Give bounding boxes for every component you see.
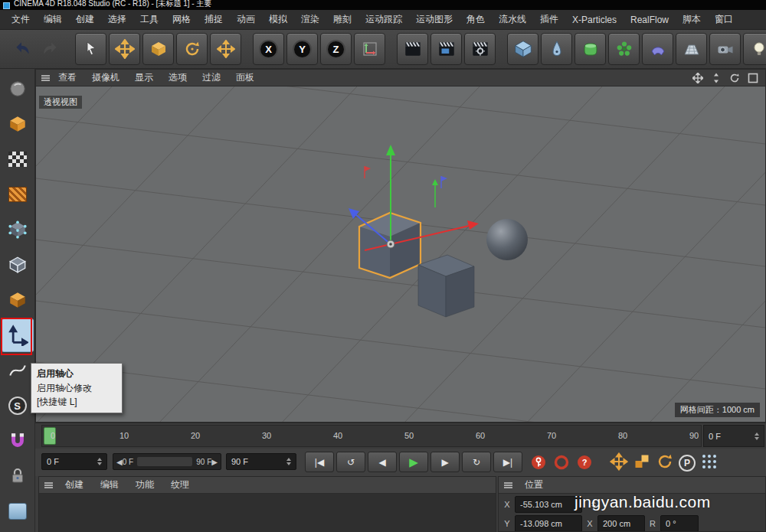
current-frame-field[interactable]: 0 F [41,453,107,470]
autokey-button[interactable] [553,454,570,474]
scale-tool-button[interactable] [142,33,174,65]
menu-character[interactable]: 角色 [460,10,492,29]
menu-script[interactable]: 脚本 [676,10,708,29]
key-rotation-button[interactable] [656,452,674,474]
deformer-button[interactable] [642,33,673,65]
rotate-view-button[interactable] [728,72,741,84]
menu-tools[interactable]: 工具 [133,10,165,29]
pan-view-button[interactable] [691,72,705,84]
coordinate-system-button[interactable] [354,33,385,65]
menu-window[interactable]: 窗口 [708,10,740,29]
vp-menu-filter[interactable]: 过滤 [195,71,228,84]
prev-frame-button[interactable]: ◀ [368,452,397,472]
current-frame-stepper[interactable] [93,458,102,465]
array-mograph-button[interactable] [608,33,640,65]
materials-panel-menu-icon[interactable] [44,482,53,488]
coordinates-panel-menu-icon[interactable] [504,482,512,488]
vp-menu-display[interactable]: 显示 [128,71,160,84]
record-keyframe-button[interactable] [530,454,547,474]
menu-simulate[interactable]: 模拟 [262,10,294,29]
next-key-button[interactable]: ↻ [462,452,491,472]
materials-menu-edit[interactable]: 编辑 [96,478,123,491]
viewport-panel-menu-icon[interactable] [41,75,50,81]
menu-plugins[interactable]: 插件 [533,10,565,29]
lock-workplane-button[interactable] [2,459,34,493]
y-axis-lock-button[interactable]: Y [286,33,318,65]
menu-render[interactable]: 渲染 [294,10,326,29]
rotate-tool-button[interactable] [176,33,208,65]
live-selection-button[interactable] [75,33,106,65]
menu-animate[interactable]: 动画 [230,10,262,29]
camera-button[interactable] [709,33,741,65]
move-tool-button[interactable] [109,33,140,65]
model-mode-button[interactable] [2,107,34,141]
prev-key-button[interactable]: ↺ [336,452,365,472]
menu-select[interactable]: 选择 [101,10,133,29]
menu-realflow[interactable]: RealFlow [624,11,676,28]
light-button[interactable] [743,33,766,65]
viewport-canvas[interactable]: 透视视图 网格间距：1000 cm [36,86,765,422]
polygons-mode-button[interactable] [2,283,34,317]
render-view-button[interactable] [397,33,428,65]
frame-display-stepper[interactable] [751,432,759,440]
menu-sculpt[interactable]: 雕刻 [326,10,358,29]
size-x-field[interactable]: 200 cm [597,515,645,532]
floor-grid-button[interactable] [676,33,707,65]
quantize-button[interactable] [2,494,34,528]
cube-object[interactable] [418,255,474,317]
key-scale-button[interactable] [633,452,651,474]
x-axis-lock-button[interactable]: X [253,33,284,65]
menu-mesh[interactable]: 网格 [165,10,198,29]
play-button[interactable]: ▶ [399,452,428,472]
menu-file[interactable]: 文件 [5,10,37,29]
menu-xparticles[interactable]: X-Particles [565,11,624,28]
render-settings-button[interactable] [464,33,496,65]
menu-motion-tracker[interactable]: 运动跟踪 [358,10,409,29]
render-picture-viewer-button[interactable] [430,33,462,65]
vp-menu-view[interactable]: 查看 [51,71,83,84]
workplane-mode-button[interactable] [2,178,34,211]
materials-menu-texture[interactable]: 纹理 [166,478,194,491]
pen-spline-button[interactable] [541,33,572,65]
keyframe-options-button[interactable]: ? [576,454,593,474]
range-track[interactable] [137,457,192,466]
key-parameter-button[interactable]: P [679,455,696,472]
menu-pipeline[interactable]: 流水线 [492,10,533,29]
rotation-r-field[interactable]: 0 ° [660,515,699,532]
vp-menu-cameras[interactable]: 摄像机 [85,71,126,84]
frame-range-slider[interactable]: ◀ 0 F 90 F ▶ [113,453,221,470]
vp-menu-options[interactable]: 选项 [162,71,194,84]
texture-mode-button[interactable] [2,142,34,176]
goto-end-button[interactable]: ▶| [493,452,522,472]
subdivision-surface-button[interactable] [574,33,606,65]
make-editable-button[interactable] [2,72,34,106]
sphere-object[interactable] [486,219,528,260]
menu-snap[interactable]: 捕捉 [198,10,230,29]
menu-mograph[interactable]: 运动图形 [409,10,460,29]
end-frame-stepper[interactable] [283,458,291,465]
toggle-view-button[interactable] [746,72,760,84]
key-pla-button[interactable] [700,452,719,474]
materials-menu-function[interactable]: 功能 [131,478,159,491]
coord-y-field[interactable]: -13.098 cm [515,515,582,532]
snap-settings-button[interactable]: S [2,389,34,423]
end-frame-field[interactable]: 90 F [226,453,296,470]
zoom-view-button[interactable] [709,72,723,84]
materials-menu-create[interactable]: 创建 [61,478,88,491]
vp-menu-panel[interactable]: 面板 [229,71,261,84]
normal-move-button[interactable] [2,354,34,387]
timeline-ruler[interactable]: 0 10 20 30 40 50 60 70 80 90 [41,425,702,447]
next-frame-button[interactable]: ▶ [430,452,460,472]
add-cube-button[interactable] [507,33,538,65]
materials-list-area[interactable] [39,494,496,532]
frame-display-field[interactable]: 0 F [703,425,764,447]
last-tool-button[interactable] [210,33,241,65]
redo-button[interactable] [38,34,64,64]
key-position-button[interactable] [610,452,628,474]
enable-snap-button[interactable] [2,424,34,458]
z-axis-lock-button[interactable]: Z [320,33,352,65]
goto-start-button[interactable]: |◀ [305,452,334,472]
undo-button[interactable] [9,34,35,64]
coord-x-field[interactable]: -55.103 cm [515,496,582,513]
points-mode-button[interactable] [2,213,34,246]
